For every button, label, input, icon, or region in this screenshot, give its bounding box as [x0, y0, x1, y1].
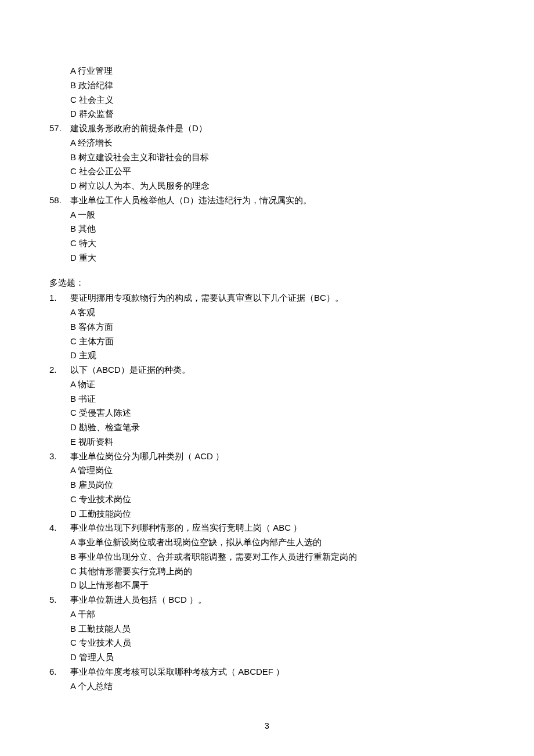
question-number: 5.: [49, 593, 70, 607]
question-stem: 要证明挪用专项款物行为的构成，需要认真审查以下几个证据（BC）。: [70, 291, 485, 305]
option-line: D 重大: [70, 251, 485, 265]
option-line: A 行业管理: [70, 64, 485, 78]
option-line: A 物证: [70, 377, 485, 392]
option-line: D 树立以人为本、为人民服务的理念: [70, 179, 485, 193]
question-stem: 事业单位岗位分为哪几种类别（ ACD ）: [70, 449, 485, 464]
multi-choice-header: 多选题：: [49, 276, 485, 290]
option-line: B 工勤技能人员: [70, 622, 485, 636]
option-line: B 客体方面: [70, 320, 485, 334]
option-line: B 书证: [70, 392, 485, 406]
question-58: 58. 事业单位工作人员检举他人（D）违法违纪行为，情况属实的。: [49, 193, 485, 208]
multi-question-5-options: A 干部 B 工勤技能人员 C 专业技术人员 D 管理人员: [49, 607, 485, 665]
option-line: A 管理岗位: [70, 463, 485, 478]
document-page: A 行业管理 B 政治纪律 C 社会主义 D 群众监督 57. 建设服务形政府的…: [0, 0, 534, 756]
option-line: A 干部: [70, 607, 485, 622]
multi-question-4-options: A 事业单位新设岗位或者出现岗位空缺，拟从单位内部产生人选的 B 事业单位出现分…: [49, 535, 485, 593]
option-line: D 管理人员: [70, 650, 485, 665]
question-number: 6.: [49, 665, 70, 679]
option-line: A 个人总结: [70, 679, 485, 694]
option-line: D 以上情形都不属于: [70, 578, 485, 593]
option-line: A 经济增长: [70, 136, 485, 150]
option-line: C 受侵害人陈述: [70, 406, 485, 420]
option-line: B 雇员岗位: [70, 478, 485, 492]
option-line: B 其他: [70, 222, 485, 236]
option-line: A 一般: [70, 208, 485, 222]
question-number: 3.: [49, 449, 70, 464]
question-57-options: A 经济增长 B 树立建设社会主义和谐社会的目标 C 社会公正公平 D 树立以人…: [49, 136, 485, 193]
question-stem: 事业单位年度考核可以采取哪种考核方式（ ABCDEF ）: [70, 665, 485, 679]
multi-question-6: 6. 事业单位年度考核可以采取哪种考核方式（ ABCDEF ）: [49, 665, 485, 679]
question-number: 58.: [49, 193, 70, 208]
question-58-options: A 一般 B 其他 C 特大 D 重大: [49, 208, 485, 265]
option-line: C 社会主义: [70, 93, 485, 107]
multi-question-6-options: A 个人总结: [49, 679, 485, 694]
multi-question-4: 4. 事业单位出现下列哪种情形的，应当实行竞聘上岗（ ABC ）: [49, 521, 485, 535]
option-line: C 专业技术岗位: [70, 492, 485, 507]
question-stem: 事业单位出现下列哪种情形的，应当实行竞聘上岗（ ABC ）: [70, 521, 485, 535]
option-line: A 事业单位新设岗位或者出现岗位空缺，拟从单位内部产生人选的: [70, 535, 485, 550]
question-number: 4.: [49, 521, 70, 535]
multi-question-1-options: A 客观 B 客体方面 C 主体方面 D 主观: [49, 305, 485, 363]
option-line: C 社会公正公平: [70, 164, 485, 179]
option-line: A 客观: [70, 305, 485, 320]
option-line: C 其他情形需要实行竞聘上岗的: [70, 564, 485, 579]
question-stem: 事业单位工作人员检举他人（D）违法违纪行为，情况属实的。: [70, 193, 485, 208]
multi-question-3-options: A 管理岗位 B 雇员岗位 C 专业技术岗位 D 工勤技能岗位: [49, 463, 485, 521]
question-number: 57.: [49, 121, 70, 136]
multi-question-5: 5. 事业单位新进人员包括（ BCD ）。: [49, 593, 485, 607]
option-line: C 特大: [70, 236, 485, 251]
question-stem: 以下（ABCD）是证据的种类。: [70, 363, 485, 377]
option-line: C 专业技术人员: [70, 636, 485, 650]
previous-question-options: A 行业管理 B 政治纪律 C 社会主义 D 群众监督: [49, 64, 485, 121]
question-stem: 事业单位新进人员包括（ BCD ）。: [70, 593, 485, 607]
option-line: E 视听资料: [70, 435, 485, 449]
option-line: D 主观: [70, 348, 485, 363]
question-number: 2.: [49, 363, 70, 377]
multi-question-2-options: A 物证 B 书证 C 受侵害人陈述 D 勘验、检查笔录 E 视听资料: [49, 377, 485, 449]
option-line: C 主体方面: [70, 334, 485, 349]
option-line: B 事业单位出现分立、合并或者职能调整，需要对工作人员进行重新定岗的: [70, 550, 485, 564]
question-57: 57. 建设服务形政府的前提条件是（D）: [49, 121, 485, 136]
option-line: D 工勤技能岗位: [70, 507, 485, 521]
multi-question-1: 1. 要证明挪用专项款物行为的构成，需要认真审查以下几个证据（BC）。: [49, 291, 485, 305]
option-line: D 群众监督: [70, 107, 485, 121]
option-line: D 勘验、检查笔录: [70, 420, 485, 435]
question-stem: 建设服务形政府的前提条件是（D）: [70, 121, 485, 136]
page-number: 3: [0, 719, 534, 733]
option-line: B 政治纪律: [70, 78, 485, 93]
multi-question-2: 2. 以下（ABCD）是证据的种类。: [49, 363, 485, 377]
option-line: B 树立建设社会主义和谐社会的目标: [70, 150, 485, 165]
question-number: 1.: [49, 291, 70, 305]
multi-question-3: 3. 事业单位岗位分为哪几种类别（ ACD ）: [49, 449, 485, 464]
